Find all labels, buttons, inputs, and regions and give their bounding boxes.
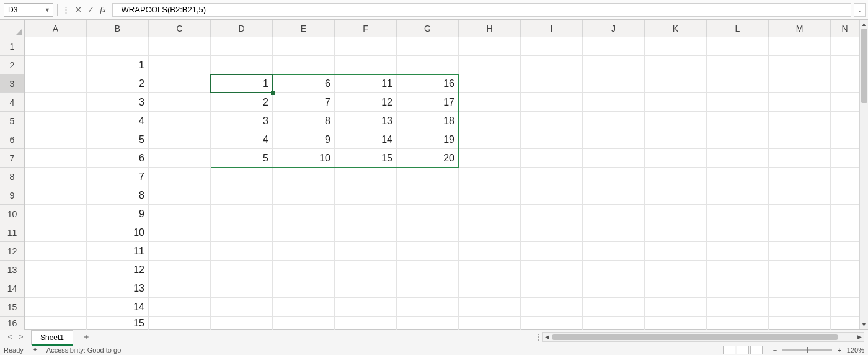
cell[interactable] <box>831 56 859 74</box>
row-header[interactable]: 3 <box>0 74 24 93</box>
zoom-in-button[interactable]: + <box>836 346 843 354</box>
cell[interactable]: 14 <box>335 130 397 149</box>
cell[interactable]: 12 <box>335 93 397 112</box>
cell[interactable] <box>707 317 769 330</box>
fill-handle[interactable] <box>271 91 275 95</box>
cell[interactable] <box>521 112 583 130</box>
cell[interactable] <box>25 186 87 205</box>
cell[interactable] <box>707 74 769 93</box>
cell[interactable] <box>149 261 211 279</box>
column-header[interactable]: N <box>831 20 859 37</box>
column-header[interactable]: C <box>149 20 211 37</box>
cell[interactable] <box>831 168 859 186</box>
cell[interactable] <box>583 205 645 223</box>
row-header[interactable]: 9 <box>0 186 24 205</box>
cell[interactable] <box>149 112 211 130</box>
cell[interactable]: 5 <box>211 149 273 168</box>
cell[interactable] <box>707 242 769 261</box>
cell[interactable] <box>459 74 521 93</box>
row-header[interactable]: 16 <box>0 317 24 330</box>
cell[interactable] <box>645 317 707 330</box>
cell[interactable] <box>521 261 583 279</box>
cell[interactable] <box>25 112 87 130</box>
cell[interactable] <box>831 261 859 279</box>
cell[interactable] <box>397 317 459 330</box>
name-box[interactable]: D3 ▼ <box>4 3 53 17</box>
add-sheet-button[interactable]: ＋ <box>82 331 91 343</box>
cell[interactable]: 4 <box>87 112 149 130</box>
cells[interactable]: 1216111632712174381318549141965101520789… <box>25 37 859 329</box>
cell[interactable] <box>149 279 211 298</box>
cell[interactable] <box>707 37 769 56</box>
cell[interactable] <box>521 37 583 56</box>
cell[interactable] <box>769 93 831 112</box>
cell[interactable] <box>831 317 859 330</box>
tab-strip-handle[interactable]: ⋮ <box>534 333 538 341</box>
cell[interactable] <box>769 317 831 330</box>
cell[interactable] <box>583 261 645 279</box>
row-header[interactable]: 14 <box>0 279 24 298</box>
cell[interactable] <box>149 149 211 168</box>
cell[interactable] <box>273 298 335 317</box>
row-header[interactable]: 15 <box>0 298 24 317</box>
row-header[interactable]: 11 <box>0 223 24 242</box>
cell[interactable] <box>273 242 335 261</box>
column-header[interactable]: F <box>335 20 397 37</box>
cell[interactable] <box>25 56 87 74</box>
cell[interactable]: 15 <box>87 317 149 330</box>
view-normal-button[interactable] <box>723 346 735 354</box>
cell[interactable] <box>397 205 459 223</box>
cell[interactable] <box>211 56 273 74</box>
column-header[interactable]: I <box>521 20 583 37</box>
cell[interactable] <box>707 149 769 168</box>
cell[interactable]: 13 <box>335 112 397 130</box>
cell[interactable] <box>521 223 583 242</box>
cell[interactable]: 7 <box>87 168 149 186</box>
cell[interactable] <box>583 242 645 261</box>
cell[interactable]: 1 <box>211 74 273 93</box>
cell[interactable]: 10 <box>87 223 149 242</box>
cell[interactable] <box>25 130 87 149</box>
sheet-tab-active[interactable]: Sheet1 <box>31 330 73 345</box>
cell[interactable] <box>149 223 211 242</box>
cell[interactable] <box>583 112 645 130</box>
cell[interactable] <box>397 37 459 56</box>
cell[interactable] <box>521 74 583 93</box>
column-header[interactable]: A <box>25 20 87 37</box>
cell[interactable]: 3 <box>211 112 273 130</box>
cell[interactable] <box>707 223 769 242</box>
cell[interactable] <box>335 186 397 205</box>
cell[interactable] <box>707 261 769 279</box>
cell[interactable] <box>211 205 273 223</box>
row-header[interactable]: 6 <box>0 130 24 149</box>
column-header[interactable]: L <box>707 20 769 37</box>
cell[interactable] <box>831 186 859 205</box>
horizontal-scrollbar[interactable]: ◀ ▶ <box>542 332 864 342</box>
cell[interactable] <box>149 168 211 186</box>
cell[interactable] <box>645 93 707 112</box>
cell[interactable] <box>459 261 521 279</box>
cell[interactable] <box>521 130 583 149</box>
select-all-button[interactable] <box>0 20 25 37</box>
cell[interactable] <box>397 261 459 279</box>
cell[interactable] <box>707 112 769 130</box>
cell[interactable] <box>831 279 859 298</box>
cell[interactable] <box>831 93 859 112</box>
cell[interactable] <box>645 149 707 168</box>
cell[interactable]: 8 <box>87 186 149 205</box>
zoom-out-button[interactable]: − <box>771 346 779 354</box>
enter-icon[interactable]: ✓ <box>86 5 95 14</box>
cell[interactable] <box>583 74 645 93</box>
cell[interactable] <box>211 261 273 279</box>
cell[interactable] <box>459 223 521 242</box>
cell[interactable] <box>645 168 707 186</box>
cell[interactable] <box>583 186 645 205</box>
cell[interactable] <box>149 298 211 317</box>
cell[interactable] <box>335 223 397 242</box>
cell[interactable] <box>149 93 211 112</box>
cell[interactable] <box>707 205 769 223</box>
cell[interactable] <box>769 279 831 298</box>
cell[interactable] <box>25 279 87 298</box>
cell[interactable]: 7 <box>273 93 335 112</box>
row-header[interactable]: 8 <box>0 168 24 186</box>
